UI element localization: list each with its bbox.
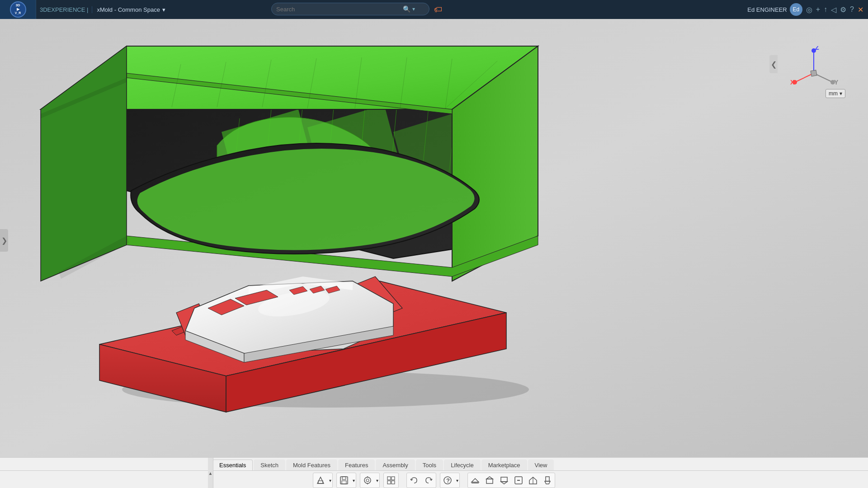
right-toolbar: Ed ENGINEER Ed ◎ + ↑ ◁ ⚙ ? ✕ [747, 0, 863, 19]
search-dropdown-icon[interactable]: ▾ [412, 6, 415, 12]
settings-tool-group: ▾ [360, 473, 380, 488]
tab-marketplace[interactable]: Marketplace [481, 460, 527, 470]
workspace-dropdown-icon: ▾ [162, 6, 165, 13]
units-dropdown-icon: ▾ [840, 90, 842, 97]
undo-redo-group [406, 473, 436, 488]
svg-marker-85 [545, 481, 550, 484]
search-icon: 🔍 [403, 5, 410, 13]
3d-scene [0, 19, 868, 462]
insert-tool-group: ▾ [313, 473, 333, 488]
bookmark-icon[interactable]: 🏷 [434, 5, 442, 14]
view-settings-button[interactable] [360, 473, 375, 488]
settings-dropdown-icon[interactable]: ▾ [375, 473, 379, 488]
tab-lifecycle[interactable]: Lifecycle [444, 460, 481, 470]
right-panel-collapse[interactable]: ❮ [769, 55, 778, 73]
tab-features[interactable]: Features [338, 460, 375, 470]
undo-button[interactable] [407, 473, 421, 488]
app-logo[interactable]: 3D▶V_R [0, 0, 36, 19]
chevron-left-icon: ❮ [771, 60, 777, 69]
svg-point-64 [364, 477, 371, 483]
left-panel-toggle[interactable]: ❯ [0, 229, 8, 252]
help-dropdown-icon[interactable]: ▾ [455, 473, 459, 488]
workspace-label: xMold - Common Space [97, 6, 160, 13]
save-tool-group: ▾ [336, 473, 356, 488]
experience-label: 3DEXPERIENCE | [36, 6, 92, 13]
viewport[interactable]: ❯ ❮ Z X Y [0, 19, 868, 462]
user-section: Ed ENGINEER Ed [747, 3, 802, 16]
tab-assembly[interactable]: Assembly [376, 460, 415, 470]
svg-rect-68 [387, 477, 391, 480]
help-button[interactable]: ? [440, 473, 455, 488]
svg-marker-74 [472, 479, 479, 482]
svg-rect-55 [811, 70, 817, 76]
svg-rect-71 [392, 481, 395, 484]
settings-icon[interactable]: ⚙ [840, 5, 846, 14]
svg-point-56 [811, 48, 816, 53]
insert-dropdown-icon[interactable]: ▾ [328, 473, 332, 488]
help-icon[interactable]: ? [850, 5, 854, 14]
share-icon[interactable]: ↑ [824, 5, 827, 14]
compass-icon[interactable]: ◎ [806, 5, 812, 14]
svg-text:?: ? [446, 477, 450, 484]
help-tool-group: ? ▾ [440, 473, 460, 488]
units-label: mm [829, 90, 838, 97]
electrode-button[interactable] [540, 473, 555, 488]
tab-view[interactable]: View [528, 460, 554, 470]
tab-essentials[interactable]: Essentials [212, 460, 253, 470]
svg-point-58 [830, 80, 835, 84]
tab-sketch[interactable]: Sketch [254, 460, 285, 470]
core-button[interactable] [482, 473, 497, 488]
tab-tools[interactable]: Tools [416, 460, 443, 470]
svg-marker-79 [501, 482, 507, 484]
svg-point-57 [793, 80, 797, 84]
redo-button[interactable] [421, 473, 436, 488]
svg-rect-62 [342, 477, 346, 479]
svg-marker-77 [486, 477, 493, 479]
svg-rect-84 [546, 477, 549, 481]
tabs-row: Essentials Sketch Mold Features Features… [0, 458, 868, 471]
chevron-right-icon: ❯ [1, 236, 7, 245]
insert-button[interactable] [313, 473, 328, 488]
slider-button[interactable] [526, 473, 540, 488]
save-button[interactable] [337, 473, 351, 488]
user-avatar[interactable]: Ed [790, 3, 802, 16]
save-dropdown-icon[interactable]: ▾ [351, 473, 356, 488]
mold-tools-group [467, 473, 555, 488]
grid-button[interactable] [384, 473, 398, 488]
cavity-button[interactable] [497, 473, 511, 488]
user-label: Ed ENGINEER [747, 6, 787, 13]
tools-row: ▾ ▾ ▾ [0, 471, 868, 488]
grid-tool-group [383, 473, 399, 488]
logo-icon: 3D▶V_R [10, 1, 26, 18]
svg-rect-76 [486, 479, 493, 483]
svg-rect-69 [392, 477, 395, 480]
svg-rect-60 [318, 481, 323, 483]
svg-rect-78 [501, 477, 507, 482]
workspace-selector[interactable]: xMold - Common Space ▾ [92, 6, 170, 13]
svg-rect-70 [387, 481, 391, 484]
cast-icon[interactable]: ◁ [831, 5, 836, 14]
search-input[interactable] [276, 6, 403, 13]
toolbar-collapse-button[interactable]: ▲ [208, 458, 213, 488]
tab-mold-features[interactable]: Mold Features [286, 460, 337, 470]
close-icon[interactable]: ✕ [858, 5, 863, 14]
add-icon[interactable]: + [816, 5, 820, 14]
runner-button[interactable] [511, 473, 526, 488]
svg-point-65 [366, 479, 369, 482]
top-bar: 3D▶V_R 3DEXPERIENCE | xMold - Common Spa… [0, 0, 868, 19]
units-selector[interactable]: mm ▾ [826, 89, 845, 98]
svg-rect-63 [342, 481, 346, 484]
search-bar[interactable]: 🔍 ▾ [271, 3, 429, 15]
svg-line-51 [795, 73, 814, 82]
collapse-icon: ▲ [208, 471, 213, 476]
bottom-toolbar: ▲ Essentials Sketch Mold Features Featur… [0, 457, 868, 488]
parting-surface-button[interactable] [468, 473, 482, 488]
